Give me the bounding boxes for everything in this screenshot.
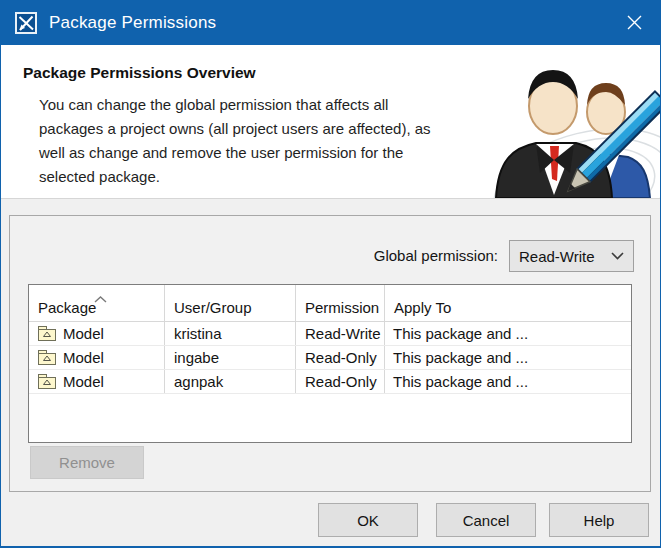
overview-header: Package Permissions Overview You can cha… xyxy=(1,45,660,199)
table-row[interactable]: Model agnpak Read-Only This package and … xyxy=(29,370,631,394)
overview-title: Package Permissions Overview xyxy=(23,64,256,82)
apply-to-cell: This package and ... xyxy=(385,370,631,393)
magicdraw-logo-icon xyxy=(14,11,38,35)
package-cell: Model xyxy=(29,346,165,369)
permissions-panel: Global permission: Read-Write Package xyxy=(9,215,651,492)
chevron-down-icon xyxy=(611,252,624,260)
global-permission-dropdown[interactable]: Read-Write xyxy=(509,240,634,272)
column-header-package[interactable]: Package xyxy=(29,285,165,321)
ok-button[interactable]: OK xyxy=(318,503,418,537)
window-title: Package Permissions xyxy=(49,13,216,33)
user-group-cell: ingabe xyxy=(165,346,296,369)
column-header-apply-to[interactable]: Apply To xyxy=(385,285,631,321)
table-header-row: Package User/Group Permission Apply To xyxy=(29,285,631,322)
package-cell: Model xyxy=(29,322,165,345)
uml-package-icon xyxy=(38,350,56,365)
uml-package-icon xyxy=(38,326,56,341)
sort-ascending-icon xyxy=(85,289,107,306)
overview-description-line: packages a project owns (all project use… xyxy=(39,117,431,141)
apply-to-cell: This package and ... xyxy=(385,346,631,369)
permissions-table: Package User/Group Permission Apply To xyxy=(28,284,632,443)
column-header-user-group[interactable]: User/Group xyxy=(165,285,296,321)
overview-description-line: selected package. xyxy=(39,165,431,189)
permission-cell: Read-Only xyxy=(296,346,385,369)
users-illustration xyxy=(488,45,660,198)
user-group-cell: agnpak xyxy=(165,370,296,393)
overview-description-line: You can change the global permission tha… xyxy=(39,93,431,117)
overview-description-line: well as change and remove the user permi… xyxy=(39,141,431,165)
table-row[interactable]: Model kristina Read-Write This package a… xyxy=(29,322,631,346)
package-permissions-dialog: Package Permissions Package Permissions … xyxy=(0,0,661,548)
cancel-button[interactable]: Cancel xyxy=(436,503,536,537)
user-group-cell: kristina xyxy=(165,322,296,345)
global-permission-label: Global permission: xyxy=(374,247,498,264)
apply-to-cell: This package and ... xyxy=(385,322,631,345)
uml-package-icon xyxy=(38,374,56,389)
close-icon xyxy=(627,15,642,30)
table-row[interactable]: Model ingabe Read-Only This package and … xyxy=(29,346,631,370)
permission-cell: Read-Write xyxy=(296,322,385,345)
column-header-permission[interactable]: Permission xyxy=(296,285,385,321)
titlebar: Package Permissions xyxy=(1,0,660,45)
help-button[interactable]: Help xyxy=(549,503,649,537)
global-permission-value: Read-Write xyxy=(510,248,611,265)
remove-button[interactable]: Remove xyxy=(30,446,144,479)
overview-description: You can change the global permission tha… xyxy=(39,93,431,189)
table-empty-area xyxy=(29,394,631,442)
package-cell: Model xyxy=(29,370,165,393)
permission-cell: Read-Only xyxy=(296,370,385,393)
close-button[interactable] xyxy=(608,0,660,45)
